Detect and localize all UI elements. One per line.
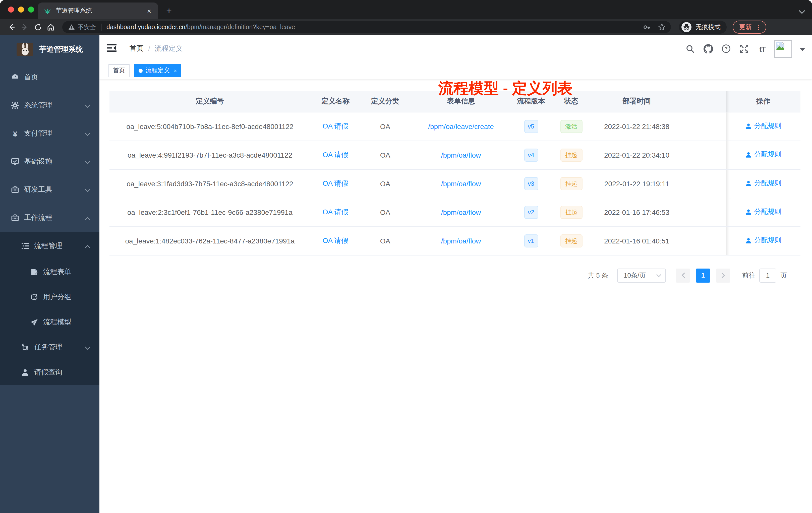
status-badge: 挂起 [560, 148, 582, 161]
sidebar-item-system[interactable]: 系统管理 [0, 91, 99, 119]
browser-tab-bar: 芋道管理系统 × + [0, 0, 812, 19]
sidebar-item-workflow[interactable]: 工作流程 [0, 204, 99, 232]
tab-search-icon[interactable] [799, 7, 805, 16]
fullscreen-icon[interactable] [739, 44, 749, 54]
home-button[interactable] [45, 22, 56, 33]
version-badge: v5 [524, 120, 538, 133]
incognito-icon [682, 22, 692, 32]
col-deploy-time: 部署时间 [592, 91, 681, 112]
definition-id: oa_leave:3:1fad3d93-7b75-11ec-a3c8-acde4… [110, 169, 310, 198]
definition-name-link[interactable]: OA 请假 [323, 122, 348, 130]
url-text: dashboard.yudao.iocoder.cn/bpm/manager/d… [107, 24, 638, 31]
col-actions: 操作 [726, 91, 801, 112]
user-icon [745, 123, 752, 129]
app-root: 芋道管理系统 首页 系统管理 ¥ 支付管理 [0, 35, 812, 513]
breadcrumb-separator: / [148, 45, 150, 53]
chevron-left-icon [681, 273, 685, 278]
search-icon[interactable] [685, 44, 695, 54]
broken-image-icon [776, 41, 784, 50]
sidebar-item-leave-query[interactable]: 请假查询 [0, 360, 99, 385]
goto-page-input[interactable] [759, 268, 776, 282]
key-icon[interactable] [643, 23, 651, 31]
breadcrumb-current: 流程定义 [155, 44, 183, 53]
table-row: oa_leave:2:3c1f0ef1-76b1-11ec-9c66-a2380… [110, 198, 801, 227]
tag-close-icon[interactable]: × [174, 67, 177, 73]
col-form-info: 表单信息 [410, 91, 512, 112]
next-page-button[interactable] [716, 268, 730, 282]
sidebar-item-task-management[interactable]: 任务管理 [0, 335, 99, 360]
bookmark-star-icon[interactable] [658, 23, 666, 31]
back-button[interactable] [6, 22, 17, 33]
forward-button[interactable] [19, 22, 30, 33]
assign-rule-button[interactable]: 分配规则 [745, 208, 781, 217]
form-info-link[interactable]: /bpm/oa/leave/create [428, 122, 494, 130]
sidebar-item-dev-tools[interactable]: 研发工具 [0, 176, 99, 204]
version-badge: v1 [524, 234, 538, 247]
status-badge: 挂起 [560, 234, 582, 247]
definition-name-link[interactable]: OA 请假 [323, 150, 348, 158]
brand-avatar [17, 43, 33, 56]
sidebar-item-process-form[interactable]: 流程表单 [0, 260, 99, 284]
definition-name-link[interactable]: OA 请假 [323, 208, 348, 216]
assign-rule-button[interactable]: 分配规则 [745, 122, 781, 131]
col-process-version: 流程版本 [512, 91, 550, 112]
tag-process-definition[interactable]: 流程定义 × [134, 64, 181, 77]
incognito-chip: 无痕模式 [679, 21, 727, 34]
help-icon[interactable]: ? [721, 44, 731, 54]
new-tab-button[interactable]: + [163, 6, 175, 16]
sidebar-logo[interactable]: 芋道管理系统 [0, 35, 99, 63]
chevron-up-icon [85, 214, 90, 222]
main-area: 首页 / 流程定义 ? t [99, 35, 812, 513]
assign-rule-button[interactable]: 分配规则 [745, 236, 781, 245]
page-size-select[interactable]: 10条/页 [617, 268, 666, 282]
active-dot [139, 68, 143, 72]
yudao-favicon-icon [44, 7, 51, 14]
form-info-link[interactable]: /bpm/oa/flow [441, 208, 481, 216]
sidebar-item-user-group[interactable]: 用户分组 [0, 284, 99, 310]
sidebar-collapse-icon[interactable] [107, 43, 116, 54]
tag-home[interactable]: 首页 [109, 64, 129, 77]
tags-view-bar: 首页 流程定义 × [99, 62, 812, 79]
browser-toolbar: 不安全 dashboard.yudao.iocoder.cn/bpm/manag… [0, 19, 812, 35]
page-number-button[interactable]: 1 [696, 268, 710, 282]
brand-title: 芋道管理系统 [39, 44, 83, 54]
gear-icon [11, 101, 19, 110]
minimize-window-button[interactable] [18, 6, 24, 12]
sidebar-item-infrastructure[interactable]: 基础设施 [0, 148, 99, 176]
prev-page-button[interactable] [676, 268, 690, 282]
breadcrumb-home[interactable]: 首页 [129, 44, 144, 53]
maximize-window-button[interactable] [28, 6, 34, 12]
page-content: 定义编号 定义名称 定义分类 表单信息 流程版本 状态 部署时间 操作 [99, 79, 812, 282]
definition-id: oa_leave:4:991f2193-7b7f-11ec-a3c8-acde4… [110, 141, 310, 169]
github-icon[interactable] [703, 44, 713, 54]
form-info-link[interactable]: /bpm/oa/flow [441, 151, 481, 159]
close-window-button[interactable] [8, 6, 14, 12]
form-info-link[interactable]: /bpm/oa/flow [441, 179, 481, 187]
definition-table: 定义编号 定义名称 定义分类 表单信息 流程版本 状态 部署时间 操作 [110, 91, 801, 255]
sidebar-item-home[interactable]: 首页 [0, 63, 99, 91]
definition-name-link[interactable]: OA 请假 [323, 236, 348, 244]
chevron-down-icon [85, 158, 90, 165]
workflow-submenu: 流程管理 流程表单 用户分组 [0, 232, 99, 385]
address-bar[interactable]: 不安全 dashboard.yudao.iocoder.cn/bpm/manag… [62, 21, 671, 33]
tab-close-icon[interactable]: × [145, 6, 153, 15]
definition-name-link[interactable]: OA 请假 [323, 179, 348, 187]
browser-tab[interactable]: 芋道管理系统 × [38, 2, 158, 19]
sidebar-item-process-management[interactable]: 流程管理 [0, 232, 99, 260]
navbar-actions: ? tT [685, 40, 805, 58]
avatar[interactable] [774, 40, 792, 58]
status-badge: 激活 [560, 120, 582, 133]
caret-down-icon[interactable] [800, 44, 805, 53]
tree-table-icon [21, 242, 29, 250]
sidebar-item-payment[interactable]: ¥ 支付管理 [0, 119, 99, 148]
assign-rule-button[interactable]: 分配规则 [745, 150, 781, 159]
col-definition-category: 定义分类 [360, 91, 410, 112]
browser-update-menu-button[interactable]: 更新 ⋮ [733, 21, 766, 34]
form-info-link[interactable]: /bpm/oa/flow [441, 237, 481, 245]
definition-category: OA [360, 169, 410, 198]
reload-button[interactable] [32, 22, 43, 33]
definition-category: OA [360, 227, 410, 255]
sidebar-item-process-model[interactable]: 流程模型 [0, 310, 99, 335]
font-size-icon[interactable]: tT [757, 44, 767, 54]
assign-rule-button[interactable]: 分配规则 [745, 179, 781, 188]
